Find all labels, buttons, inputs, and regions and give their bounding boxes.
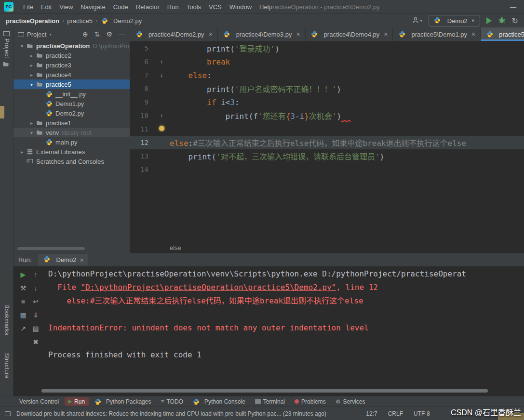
tree-item-practise1[interactable]: ▸practise1	[13, 118, 130, 128]
user-account-button[interactable]: ▾	[412, 16, 422, 26]
toolwindow-button-services[interactable]: ⚙Services	[332, 397, 369, 406]
wrench-settings-button[interactable]: ⚒	[18, 284, 28, 292]
editor-line-11[interactable]: 11	[130, 122, 524, 136]
editor-content[interactable]: 5 print('登录成功')6↑ break7↓ else:8 print('…	[130, 41, 524, 242]
menu-run[interactable]: Run	[163, 3, 183, 11]
tree-chevron-icon[interactable]: ▾	[28, 82, 35, 87]
event-log-icon[interactable]	[5, 411, 11, 416]
tree-item-practice5[interactable]: ▾practice5	[13, 79, 130, 89]
locate-button[interactable]: ⊕	[82, 31, 88, 38]
editor-line-12[interactable]: 12else:#三次输入正常结束之后执行else代码，如果中途break退出则不…	[130, 136, 524, 149]
editor-tab-practice4-demo2-py[interactable]: practice4\Demo2.py×	[130, 27, 218, 41]
editor-tab-practice4-demo4-py[interactable]: practice4\Demo4.py×	[306, 27, 393, 41]
pin-button[interactable]: ↗	[18, 324, 28, 333]
toolwindow-button-todo[interactable]: ≡TODO	[157, 397, 187, 406]
rerun-button[interactable]: ▶	[18, 270, 28, 279]
editor-tab-practice5-demo2-py[interactable]: practice5\Demo2.py×	[481, 27, 524, 41]
project-horizontal-scrollbar[interactable]	[17, 247, 85, 250]
minimize-button[interactable]: —	[510, 3, 516, 11]
menu-tools[interactable]: Tools	[183, 3, 205, 11]
tree-chevron-icon[interactable]: ▾	[18, 43, 26, 49]
tree-item-demo1-py[interactable]: Demo1.py	[13, 99, 130, 108]
debug-button[interactable]	[498, 16, 506, 26]
stop-button[interactable]: ■	[18, 297, 28, 306]
tree-chevron-icon[interactable]: ▸	[28, 72, 35, 78]
stripe-button-bookmarks[interactable]: Bookmarks	[3, 304, 10, 336]
breadcrumb-practiseoperation[interactable]: practiseOperation	[6, 17, 59, 25]
restore-layout-button[interactable]: ▦	[18, 311, 28, 319]
close-icon[interactable]: ×	[80, 256, 83, 264]
line-separator[interactable]: CRLF	[388, 410, 403, 417]
run-configuration-select[interactable]: Demo2 ▼	[429, 15, 480, 26]
file-encoding[interactable]: UTF-8	[414, 410, 430, 417]
toolwindow-button-version-control[interactable]: Version Control	[15, 397, 63, 406]
tree-item-scratches-and-consoles[interactable]: Scratches and Consoles	[13, 157, 130, 166]
collapse-all-button[interactable]: ⇅	[94, 31, 100, 38]
editor-line-5[interactable]: 5 print('登录成功')	[130, 41, 524, 55]
clear-all-button[interactable]: ✖	[30, 338, 41, 346]
tree-item-main-py[interactable]: main.py	[13, 137, 130, 147]
project-view-select[interactable]: Project ▾	[18, 31, 51, 38]
editor-line-13[interactable]: 13 print('对不起，三次输入均错误，请联系后台管理员')	[130, 149, 524, 163]
breadcrumb-demo2-py[interactable]: Demo2.py	[100, 17, 142, 25]
tree-item-practice3[interactable]: ▸practice3	[13, 60, 130, 70]
tree-chevron-icon[interactable]: ▸	[28, 63, 35, 68]
editor-breadcrumb[interactable]: else	[130, 242, 524, 253]
scroll-up-button[interactable]: ↑	[30, 270, 41, 279]
editor-line-8[interactable]: 8 print('用户名或密码不正确！！！')	[130, 82, 524, 95]
menu-edit[interactable]: Edit	[37, 3, 55, 11]
stripe-button-project[interactable]: Project	[1, 27, 12, 73]
editor-tab-practice4-demo3-py[interactable]: practice4\Demo3.py×	[218, 27, 306, 41]
stripe-button-structure[interactable]: Structure	[3, 353, 10, 379]
intention-bulb-icon[interactable]	[159, 126, 164, 131]
close-icon[interactable]: ×	[209, 30, 213, 38]
toolwindow-button-problems[interactable]: Problems	[291, 397, 330, 406]
menu-window[interactable]: Window	[226, 3, 255, 11]
soft-wrap-button[interactable]: ↩	[30, 297, 41, 306]
editor-line-7[interactable]: 7↓ else:	[130, 68, 524, 82]
editor-line-6[interactable]: 6↑ break	[130, 55, 524, 68]
menu-view[interactable]: View	[55, 3, 77, 11]
run-tab-demo2[interactable]: Demo2 ×	[38, 254, 88, 266]
tree-chevron-icon[interactable]: ▾	[28, 130, 35, 135]
menu-code[interactable]: Code	[109, 3, 132, 11]
tree-item-venv[interactable]: ▾venv library root	[13, 128, 130, 137]
tree-item-external-libraries[interactable]: ▸External Libraries	[13, 147, 130, 157]
toolwindow-button-python-packages[interactable]: Python Packages	[91, 397, 155, 406]
tree-item-init-py[interactable]: __init__.py	[13, 89, 130, 99]
editor-line-9[interactable]: 9 if i<3:	[130, 95, 524, 109]
tree-chevron-icon[interactable]: ▸	[18, 149, 26, 155]
toolwindow-button-run[interactable]: Run	[65, 397, 89, 406]
toolwindow-button-python-console[interactable]: Python Console	[189, 397, 249, 406]
stacktrace-file-link[interactable]: "D:\pythonProject\practiseOperation\prac…	[81, 283, 336, 292]
cursor-position[interactable]: 12:7	[366, 410, 377, 417]
close-icon[interactable]: ×	[296, 30, 300, 38]
run-with-coverage-button[interactable]: ↻	[512, 16, 518, 26]
status-message[interactable]: Download pre-built shared indexes: Reduc…	[16, 410, 326, 417]
print-button[interactable]: ▤	[30, 324, 41, 333]
editor-line-10[interactable]: 10↑ print(f'您还有{3-i}次机会')	[130, 109, 524, 122]
menu-vcs[interactable]: VCS	[205, 3, 226, 11]
editor-tab-practice5-demo1-py[interactable]: practice5\Demo1.py×	[393, 27, 481, 41]
scroll-to-end-button[interactable]: ⇓	[30, 311, 41, 319]
settings-gear-button[interactable]: ⚙	[106, 31, 112, 38]
hide-tool-window-button[interactable]: ―	[119, 31, 125, 38]
console-horizontal-scrollbar[interactable]	[41, 389, 488, 393]
tree-chevron-icon[interactable]: ▸	[28, 120, 35, 126]
tree-item-practice4[interactable]: ▸practice4	[13, 70, 130, 79]
scroll-down-button[interactable]: ↓	[30, 284, 41, 292]
tree-item-practiseoperation[interactable]: ▾practiseOperation D:\pythonProj	[13, 41, 130, 51]
breadcrumb-practice5[interactable]: practice5	[67, 17, 93, 25]
tree-item-practice2[interactable]: ▸practice2	[13, 51, 130, 60]
menu-refactor[interactable]: Refactor	[132, 3, 163, 11]
run-button[interactable]	[486, 17, 492, 24]
close-icon[interactable]: ×	[471, 30, 475, 38]
menu-navigate[interactable]: Navigate	[77, 3, 109, 11]
toolwindow-button-terminal[interactable]: Terminal	[251, 397, 289, 406]
tree-chevron-icon[interactable]: ▸	[28, 53, 35, 58]
editor-line-14[interactable]: 14	[130, 163, 524, 176]
tree-item-demo2-py[interactable]: Demo2.py	[13, 108, 130, 118]
menu-file[interactable]: File	[19, 3, 37, 11]
close-icon[interactable]: ×	[384, 30, 388, 38]
console-output[interactable]: D:\pythonProject\practiseOperation\venv\…	[41, 266, 524, 396]
